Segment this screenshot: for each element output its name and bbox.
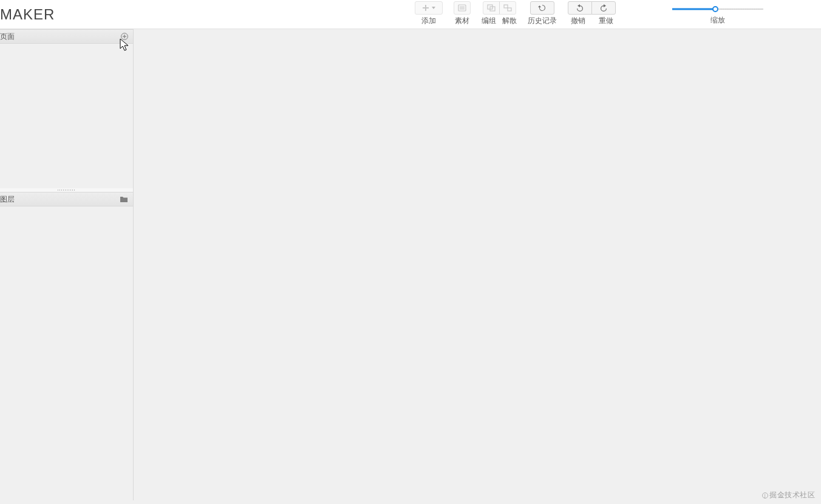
add-label: 添加 (421, 16, 436, 26)
zoom-slider-fill (672, 9, 715, 10)
toolgroup-undo-redo: 撤销 重做 (568, 1, 616, 26)
redo-icon (599, 4, 608, 12)
splitter-grip-icon (58, 189, 76, 191)
history-label: 历史记录 (528, 16, 557, 26)
zoom-slider[interactable] (672, 5, 763, 13)
material-icon (458, 4, 466, 12)
zoom-control: 缩放 (663, 1, 772, 26)
group-button[interactable] (483, 1, 500, 15)
svg-rect-6 (504, 5, 508, 8)
pages-panel-body[interactable] (0, 44, 133, 186)
zoom-label: 缩放 (710, 15, 725, 26)
folder-icon (120, 196, 128, 203)
toolgroup-add: 添加 (415, 1, 443, 26)
svg-rect-3 (460, 6, 465, 10)
svg-rect-7 (508, 8, 511, 11)
history-button[interactable] (530, 1, 554, 15)
watermark-icon: j (762, 492, 768, 499)
toolgroup-material: 素材 (454, 1, 471, 26)
layers-panel-body[interactable] (0, 206, 133, 498)
add-button[interactable] (415, 1, 443, 15)
plus-circle-icon (121, 33, 128, 40)
pages-panel: 页面 (0, 29, 134, 188)
svg-rect-1 (423, 7, 429, 9)
group-label: 编组 (482, 16, 496, 26)
ungroup-button[interactable] (499, 1, 516, 15)
redo-label: 重做 (599, 16, 613, 26)
toolgroup-history: 历史记录 (528, 1, 557, 26)
ungroup-icon (503, 4, 512, 12)
undo-label: 撤销 (571, 16, 585, 26)
toolgroup-group-ungroup: 编组 解散 (482, 1, 517, 26)
svg-rect-10 (123, 36, 126, 36)
layers-folder-button[interactable] (120, 196, 128, 203)
app-logo: MAKER (0, 0, 67, 29)
undo-icon (576, 4, 584, 12)
layers-panel-title: 图层 (0, 194, 15, 205)
app-header: MAKER 添加 素材 (0, 0, 821, 29)
chevron-down-icon (432, 7, 435, 9)
ungroup-label: 解散 (502, 16, 517, 26)
layers-panel-header: 图层 (0, 192, 133, 206)
pages-panel-header: 页面 (0, 29, 133, 44)
toolbar: 添加 素材 编组 解散 (415, 0, 821, 29)
material-button[interactable] (454, 1, 471, 15)
history-icon (538, 4, 547, 12)
group-icon (487, 4, 496, 12)
watermark-text: 掘金技术社区 (769, 490, 815, 500)
watermark: j 掘金技术社区 (762, 490, 815, 500)
undo-button[interactable] (568, 1, 592, 15)
material-label: 素材 (455, 16, 469, 26)
pages-panel-title: 页面 (0, 32, 15, 42)
left-sidebar: 页面 图层 (0, 29, 134, 504)
canvas-area[interactable] (134, 29, 821, 504)
redo-button[interactable] (591, 1, 616, 15)
layers-panel: 图层 (0, 192, 134, 500)
plus-icon (422, 4, 429, 12)
zoom-slider-thumb[interactable] (712, 6, 718, 12)
add-page-button[interactable] (121, 33, 128, 40)
